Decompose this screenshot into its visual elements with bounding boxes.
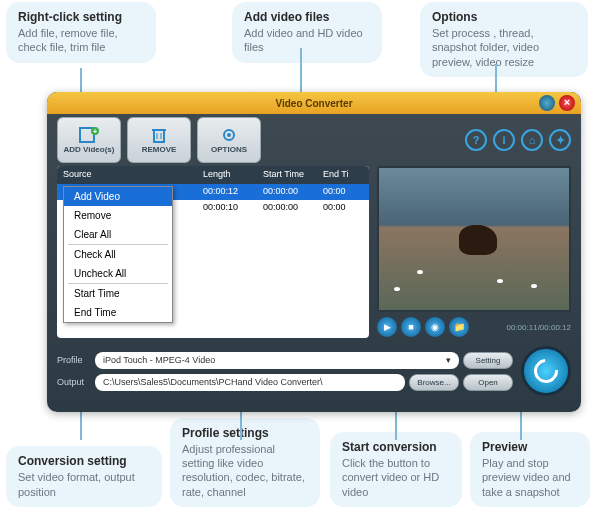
web-icon[interactable]: ✦ [549,129,571,151]
menu-check-all[interactable]: Check All [64,245,172,264]
titlebar[interactable]: Video Converter × [47,92,581,114]
remove-button[interactable]: REMOVE [127,117,191,163]
info-icon[interactable]: i [493,129,515,151]
menu-add-video[interactable]: Add Video [64,187,172,206]
callout-preview: PreviewPlay and stop preview video and t… [470,432,590,507]
menu-uncheck-all[interactable]: Uncheck All [64,264,172,283]
svg-text:+: + [93,128,97,135]
snapshot-button[interactable]: ◉ [425,317,445,337]
callout-start-conversion: Start conversionClick the button to conv… [330,432,462,507]
close-button[interactable]: × [559,95,575,111]
options-button[interactable]: OPTIONS [197,117,261,163]
callout-options: OptionsSet process , thread, snapshot fo… [420,2,588,77]
play-button[interactable]: ▶ [377,317,397,337]
film-plus-icon: + [79,127,99,143]
bottom-bar: Profile iPod Touch - MPEG-4 Video▾ Setti… [47,338,581,404]
file-list-panel: Source Length Start Time End Ti 00:00:12… [57,166,369,338]
setting-button[interactable]: Setting [463,352,513,369]
gear-icon [219,127,239,143]
add-video-button[interactable]: + ADD Video(s) [57,117,121,163]
toolbar: + ADD Video(s) REMOVE OPTIONS ? i ⌂ ✦ [47,114,581,166]
open-button[interactable]: Open [463,374,513,391]
profile-select[interactable]: iPod Touch - MPEG-4 Video▾ [95,352,459,369]
stop-button[interactable]: ■ [401,317,421,337]
minimize-button[interactable] [539,95,555,111]
preview-controls: ▶ ■ ◉ 📁 00:00:11/00:00:12 [377,316,571,338]
svg-point-8 [227,133,231,137]
trash-icon [149,127,169,143]
preview-time: 00:00:11/00:00:12 [506,323,571,332]
preview-video[interactable] [377,166,571,312]
preview-panel: ▶ ■ ◉ 📁 00:00:11/00:00:12 [377,166,571,338]
home-icon[interactable]: ⌂ [521,129,543,151]
folder-button[interactable]: 📁 [449,317,469,337]
menu-remove[interactable]: Remove [64,206,172,225]
menu-start-time[interactable]: Start Time [64,284,172,303]
profile-label: Profile [57,355,91,365]
convert-icon [529,354,563,388]
callout-addfiles: Add video filesAdd video and HD video fi… [232,2,382,63]
callout-profile-settings: Profile settingsAdjust professional sett… [170,418,320,507]
output-label: Output [57,377,91,387]
menu-end-time[interactable]: End Time [64,303,172,322]
svg-rect-3 [154,130,164,142]
output-field[interactable]: C:\Users\Sales5\Documents\PCHand Video C… [95,374,405,391]
start-conversion-button[interactable] [521,346,571,396]
help-icon[interactable]: ? [465,129,487,151]
preview-content [459,225,497,255]
context-menu: Add Video Remove Clear All Check All Unc… [63,186,173,323]
app-window: Video Converter × + ADD Video(s) REMOVE … [47,92,581,412]
file-list-header: Source Length Start Time End Ti [57,166,369,184]
callout-conversion-setting: Conversion settingSet video format, outp… [6,446,162,507]
callout-rightclick: Right-click settingAdd file, remove file… [6,2,156,63]
app-title: Video Converter [275,98,352,109]
browse-button[interactable]: Browse... [409,374,459,391]
menu-clear-all[interactable]: Clear All [64,225,172,244]
